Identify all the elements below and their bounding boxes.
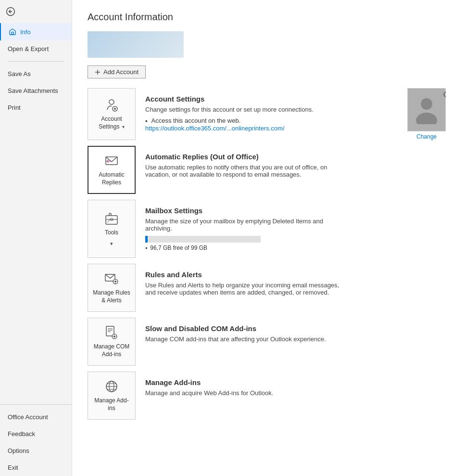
sidebar-options-label: Options — [8, 447, 29, 454]
svg-rect-2 — [12, 32, 13, 35]
mailbox-storage-info: 96,7 GB free of 99 GB — [145, 244, 441, 251]
mailbox-settings-desc: Manage the size of your mailbox by empty… — [145, 218, 347, 232]
account-settings-desc: Change settings for this account or set … — [145, 106, 347, 113]
manage-addins-desc: Manage and acquire Web Add-ins for Outlo… — [145, 389, 347, 397]
mailbox-settings-title: Mailbox Settings — [145, 206, 441, 215]
manage-addins-card[interactable]: Manage Add-ins — [88, 372, 136, 420]
com-addins-card-label: Manage COMAdd-ins — [94, 343, 130, 358]
sidebar-exit-label: Exit — [8, 464, 18, 471]
mailbox-settings-info: Mailbox Settings Manage the size of your… — [136, 200, 451, 258]
arrow-indicator — [72, 166, 73, 174]
svg-point-7 — [114, 108, 116, 110]
account-settings-icon — [104, 97, 119, 113]
arrow-head — [72, 166, 73, 174]
account-settings-card[interactable]: AccountSettings ▾ ❮ — [88, 88, 136, 140]
com-addins-row: Manage COMAdd-ins Slow and Disabled COM … — [88, 318, 451, 366]
account-banner — [88, 31, 184, 58]
sidebar-info-label: Info — [20, 28, 31, 36]
sidebar-bottom: Office Account Feedback Options Exit — [0, 404, 72, 476]
manage-addins-title: Manage Add-ins — [145, 378, 441, 386]
rules-alerts-row: Manage Rules& Alerts Rules and Alerts Us… — [88, 264, 451, 312]
rules-alerts-title: Rules and Alerts — [145, 270, 441, 279]
rules-alerts-desc: Use Rules and Alerts to help organize yo… — [145, 282, 347, 296]
plus-icon — [95, 69, 101, 75]
sidebar-item-options[interactable]: Options — [0, 442, 72, 459]
svg-point-17 — [416, 113, 437, 124]
profile-picture — [407, 88, 446, 131]
sidebar-item-print[interactable]: Print — [0, 99, 72, 116]
sidebar-print-label: Print — [8, 104, 21, 111]
svg-rect-20 — [106, 216, 117, 224]
main-content: Account Information Add Account — [72, 0, 466, 476]
mailbox-settings-card[interactable]: Tools ▾ — [88, 200, 136, 258]
profile-avatar-icon — [415, 95, 439, 124]
mailbox-progress-bar-container — [145, 236, 261, 243]
com-addins-title: Slow and Disabled COM Add-ins — [145, 324, 441, 333]
back-button[interactable] — [0, 0, 72, 23]
com-addins-desc: Manage COM add-ins that are affecting yo… — [145, 335, 347, 343]
account-settings-link[interactable]: https://outlook.office365.com/...onlinep… — [145, 125, 285, 132]
sidebar-item-save-as[interactable]: Save As — [0, 65, 72, 82]
mailbox-progress-fill — [145, 236, 148, 243]
change-photo-link[interactable]: Change — [416, 133, 437, 140]
sidebar-save-as-label: Save As — [8, 70, 31, 77]
automatic-replies-card[interactable]: AutomaticReplies — [88, 146, 136, 194]
manage-addins-info: Manage Add-ins Manage and acquire Web Ad… — [136, 372, 451, 420]
sidebar-save-attachments-label: Save Attachments — [8, 87, 58, 94]
sidebar-item-office-account[interactable]: Office Account — [0, 409, 72, 425]
rules-alerts-card-label: Manage Rules& Alerts — [93, 289, 130, 304]
rules-alerts-info: Rules and Alerts Use Rules and Alerts to… — [136, 264, 451, 312]
back-icon — [6, 7, 15, 16]
account-settings-bullet: Access this account on the web. — [145, 117, 388, 125]
automatic-replies-row: AutomaticReplies Automatic Replies (Out … — [88, 146, 451, 194]
svg-point-25 — [114, 281, 116, 283]
mailbox-storage-label: 96,7 GB free of 99 GB — [150, 244, 207, 251]
tools-card-label: Tools — [105, 229, 118, 237]
sidebar: Info Open & Export Save As Save Attachme… — [0, 0, 72, 476]
svg-point-5 — [109, 100, 114, 104]
automatic-replies-desc: Use automatic replies to notify others t… — [145, 164, 347, 178]
cards-section: AccountSettings ▾ ❮ Account Settings Cha… — [88, 88, 451, 420]
sidebar-item-feedback[interactable]: Feedback — [0, 425, 72, 442]
sidebar-divider-1 — [8, 61, 64, 62]
automatic-replies-icon — [104, 153, 119, 168]
tools-dropdown-arrow: ▾ — [110, 241, 113, 247]
com-addins-card[interactable]: Manage COMAdd-ins — [88, 318, 136, 366]
page-title: Account Information — [88, 12, 451, 23]
sidebar-item-exit[interactable]: Exit — [0, 459, 72, 476]
com-addins-info: Slow and Disabled COM Add-ins Manage COM… — [136, 318, 451, 366]
add-account-label: Add Account — [103, 68, 139, 76]
manage-com-addins-icon — [104, 325, 119, 340]
sidebar-item-open-export[interactable]: Open & Export — [0, 40, 72, 57]
tools-icon — [104, 211, 119, 226]
collapse-icon: ❮ — [442, 91, 447, 97]
manage-addins-card-label: Manage Add-ins — [94, 397, 128, 412]
account-settings-card-label: AccountSettings ▾ — [99, 116, 125, 130]
sidebar-office-account-label: Office Account — [8, 413, 48, 421]
sidebar-open-export-label: Open & Export — [8, 45, 49, 52]
account-settings-info: Account Settings Change settings for thi… — [136, 88, 398, 140]
add-account-button[interactable]: Add Account — [88, 65, 146, 78]
profile-pic-area: Change — [407, 88, 446, 140]
automatic-replies-info: Automatic Replies (Out of Office) Use au… — [136, 146, 451, 194]
sidebar-item-save-attachments[interactable]: Save Attachments — [0, 82, 72, 99]
manage-rules-icon — [104, 271, 119, 286]
automatic-replies-card-label: AutomaticReplies — [99, 171, 124, 186]
manage-addins-icon — [104, 379, 119, 394]
sidebar-item-info[interactable]: Info — [0, 23, 72, 40]
automatic-replies-title: Automatic Replies (Out of Office) — [145, 153, 441, 161]
manage-addins-row: Manage Add-ins Manage Add-ins Manage and… — [88, 372, 451, 420]
account-settings-row: AccountSettings ▾ ❮ Account Settings Cha… — [88, 88, 451, 140]
account-settings-title: Account Settings — [145, 95, 388, 103]
sidebar-feedback-label: Feedback — [8, 430, 35, 437]
svg-point-16 — [421, 98, 432, 110]
home-icon — [9, 28, 16, 36]
rules-alerts-card[interactable]: Manage Rules& Alerts — [88, 264, 136, 312]
mailbox-settings-row: Tools ▾ Mailbox Settings Manage the size… — [88, 200, 451, 258]
svg-point-35 — [113, 335, 115, 337]
